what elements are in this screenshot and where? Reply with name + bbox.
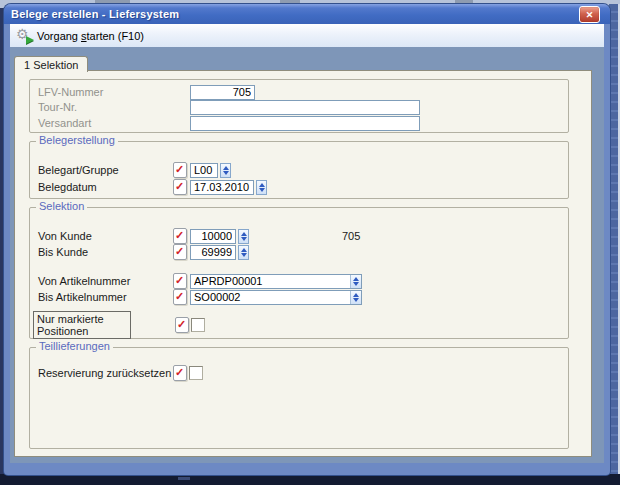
background-window-edge [609, 4, 620, 476]
background-window-edge [0, 474, 620, 485]
form-row: Bis Artikelnummer ✓ [38, 289, 560, 305]
belegart-gruppe-input[interactable] [190, 163, 218, 178]
von-artikelnummer-label: Von Artikelnummer [38, 275, 173, 287]
tour-nr-input [190, 100, 420, 115]
spin-up-icon [259, 183, 265, 187]
group-info: LFV-Nummer Tour-Nr. Versandart [29, 79, 569, 133]
form-row: Bis Kunde ✓ [38, 244, 560, 260]
spinner-button[interactable] [256, 180, 267, 195]
form-row: Von Kunde ✓ [38, 228, 560, 244]
belegdatum-input[interactable] [190, 180, 254, 195]
spinner-button[interactable] [350, 275, 361, 288]
spin-down-icon [259, 188, 265, 192]
spinner-button[interactable] [238, 245, 249, 260]
form-row: Reservierung zurücksetzen ✓ [38, 365, 560, 381]
checked-flag-icon[interactable]: ✓ [173, 162, 187, 178]
bis-kunde-label: Bis Kunde [38, 246, 173, 258]
checked-flag-icon[interactable]: ✓ [173, 365, 187, 381]
spinner-button[interactable] [350, 291, 361, 304]
group-teillieferungen: Teillieferungen Reservierung zurücksetze… [29, 347, 569, 449]
group-selektion: Selektion Von Kunde ✓ Bis Kunde ✓ 705 Vo… [29, 207, 569, 339]
form-row: Nur markierte Positionen ✓ [33, 317, 560, 333]
lfv-reference-value: 705 [342, 230, 360, 242]
dialog-window: Belege erstellen - Liefersystem ✕ ⚙ Vorg… [4, 4, 610, 475]
spin-up-icon [353, 293, 359, 297]
lfv-nummer-input[interactable] [190, 85, 255, 100]
spin-down-icon [223, 171, 229, 175]
reservierung-zuruecksetzen-label: Reservierung zurücksetzen [38, 367, 173, 379]
spin-down-icon [241, 253, 247, 257]
spinner-button[interactable] [220, 163, 231, 178]
group-title: Teillieferungen [36, 340, 113, 352]
start-process-button[interactable]: ⚙ Vorgang starten (F10) [12, 26, 150, 46]
spinner-button[interactable] [238, 229, 249, 244]
tab-selektion[interactable]: 1 Selektion [14, 56, 88, 72]
checked-flag-icon[interactable]: ✓ [173, 289, 187, 305]
von-kunde-label: Von Kunde [38, 230, 173, 242]
spin-up-icon [223, 166, 229, 170]
toolbar: ⚙ Vorgang starten (F10) [10, 24, 604, 48]
checked-flag-icon[interactable]: ✓ [173, 273, 187, 289]
bis-kunde-input[interactable] [190, 245, 236, 260]
reservierung-zuruecksetzen-checkbox[interactable] [189, 366, 203, 380]
belegart-gruppe-label: Belegart/Gruppe [38, 164, 173, 176]
gear-start-icon: ⚙ [16, 27, 33, 44]
group-belegerstellung: Belegerstellung Belegart/Gruppe ✓ Belegd… [29, 141, 569, 199]
background-window-fragment [178, 477, 190, 480]
group-title: Selektion [36, 200, 87, 212]
close-icon: ✕ [586, 10, 594, 20]
tab-label: 1 Selektion [24, 59, 78, 71]
von-artikelnummer-input[interactable] [191, 275, 350, 288]
checked-flag-icon[interactable]: ✓ [173, 228, 187, 244]
spin-up-icon [241, 248, 247, 252]
nur-markierte-positionen-checkbox[interactable] [191, 318, 205, 332]
spin-down-icon [241, 237, 247, 241]
spin-up-icon [241, 232, 247, 236]
start-process-label: Vorgang starten (F10) [37, 30, 144, 42]
von-artikelnummer-combo[interactable] [190, 274, 362, 289]
form-row: Tour-Nr. [38, 99, 560, 115]
title-bar: Belege erstellen - Liefersystem ✕ [4, 4, 610, 24]
bis-artikelnummer-label: Bis Artikelnummer [38, 291, 173, 303]
tab-page: LFV-Nummer Tour-Nr. Versandart Belegerst… [14, 70, 592, 457]
lfv-nummer-label: LFV-Nummer [38, 86, 190, 98]
form-row: LFV-Nummer [38, 84, 560, 100]
checked-flag-icon[interactable]: ✓ [173, 244, 187, 260]
checked-flag-icon[interactable]: ✓ [175, 317, 189, 333]
form-row: Belegdatum ✓ [38, 179, 560, 195]
belegdatum-label: Belegdatum [38, 181, 173, 193]
close-button[interactable]: ✕ [579, 6, 600, 23]
versandart-input [190, 116, 420, 131]
spin-down-icon [353, 298, 359, 302]
bis-artikelnummer-combo[interactable] [190, 290, 362, 305]
group-title: Belegerstellung [36, 134, 118, 146]
form-row: Von Artikelnummer ✓ [38, 273, 560, 289]
bis-artikelnummer-input[interactable] [191, 291, 350, 304]
spin-down-icon [353, 282, 359, 286]
form-row: Versandart [38, 115, 560, 131]
tour-nr-label: Tour-Nr. [38, 101, 190, 113]
nur-markierte-positionen-label: Nur markierte Positionen [33, 311, 131, 339]
form-row: Belegart/Gruppe ✓ [38, 162, 560, 178]
spin-up-icon [353, 277, 359, 281]
dialog-client-area: 1 Selektion LFV-Nummer Tour-Nr. Versanda… [10, 47, 604, 463]
checked-flag-icon[interactable]: ✓ [173, 179, 187, 195]
versandart-label: Versandart [38, 117, 190, 129]
von-kunde-input[interactable] [190, 229, 236, 244]
window-title: Belege erstellen - Liefersystem [4, 8, 179, 20]
